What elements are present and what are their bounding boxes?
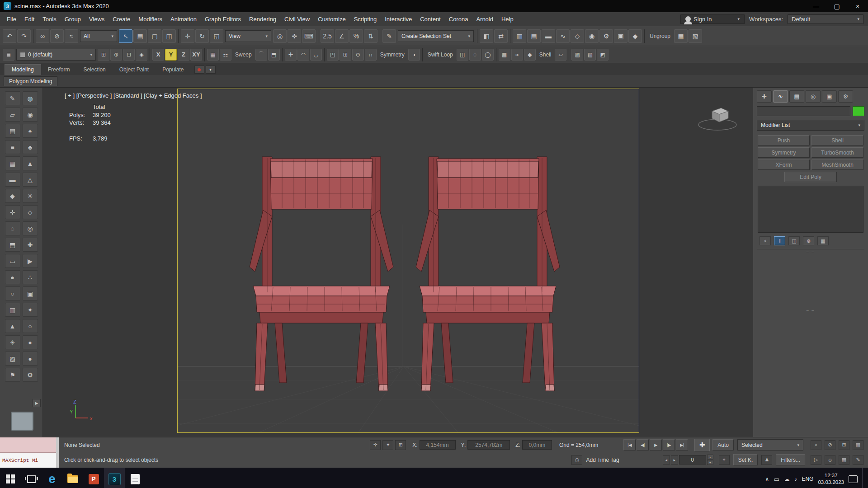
- configure-modifier-sets-icon[interactable]: ▦: [817, 236, 829, 245]
- maximize-button[interactable]: ▢: [826, 0, 847, 12]
- shell-icon[interactable]: ▱: [555, 49, 566, 61]
- chair-model-left[interactable]: [250, 157, 393, 391]
- key-mode-icon[interactable]: ⌖: [719, 455, 730, 465]
- weld-icon[interactable]: ⊙: [352, 49, 364, 61]
- clock[interactable]: 12:37 03.03.2023: [818, 472, 844, 486]
- go-to-start-button[interactable]: |◀: [623, 439, 636, 450]
- flag-icon[interactable]: ⚑: [5, 368, 20, 382]
- layer-manager-icon[interactable]: ≣: [3, 49, 14, 61]
- keyboard-shortcut-override-icon[interactable]: ⌨: [302, 29, 316, 43]
- ribbon-tab-freeform[interactable]: Freeform: [41, 65, 77, 75]
- detach-icon[interactable]: ◳: [327, 49, 339, 61]
- bulb-icon[interactable]: ○: [23, 319, 38, 333]
- spinner-snap-toggle-icon[interactable]: ⇅: [364, 29, 377, 43]
- menu-item-scripting[interactable]: Scripting: [350, 16, 381, 23]
- extrude-icon[interactable]: ⬒: [268, 49, 280, 61]
- viewport[interactable]: [ + ] [Perspective ] [Standard ] [Clay +…: [43, 88, 753, 437]
- object-name-field[interactable]: [757, 106, 850, 116]
- set-keys-button[interactable]: ✚: [694, 439, 710, 451]
- selection-filter-dropdown[interactable]: All▾: [80, 30, 117, 42]
- select-and-link-icon[interactable]: ∞: [36, 29, 49, 43]
- previous-frame-button[interactable]: ◀|: [637, 439, 649, 450]
- quadrify-icon[interactable]: ▩: [499, 49, 510, 61]
- action-center-icon[interactable]: [849, 475, 858, 483]
- maxscript-mini-listener[interactable]: MAXScript Mi: [0, 437, 59, 468]
- polygon-icon[interactable]: ◇: [23, 205, 38, 219]
- render-setup-icon[interactable]: ⚙: [599, 29, 613, 43]
- cloud-icon[interactable]: ☁: [784, 476, 790, 483]
- modifier-button-push[interactable]: Push: [758, 135, 810, 145]
- menu-item-edit[interactable]: Edit: [20, 16, 38, 23]
- dark-sphere-icon[interactable]: ●: [23, 335, 38, 349]
- polygon-modeling-panel[interactable]: Polygon Modeling: [4, 76, 57, 86]
- play-shape-icon[interactable]: ▶: [23, 254, 38, 268]
- menu-item-graph-editors[interactable]: Graph Editors: [201, 16, 245, 23]
- chair-model-right[interactable]: [416, 157, 560, 391]
- menu-item-views[interactable]: Views: [85, 16, 108, 23]
- menu-item-interactive[interactable]: Interactive: [381, 16, 416, 23]
- extra-tool-icon[interactable]: ▦: [674, 29, 688, 43]
- circle-shape-icon[interactable]: ○: [5, 286, 20, 300]
- make-unique-icon[interactable]: ◫: [788, 236, 800, 245]
- schematic-view-icon[interactable]: ◇: [571, 29, 584, 43]
- box-primitive-icon[interactable]: ⬒: [5, 238, 20, 252]
- symmetry-label[interactable]: Symmetry: [377, 52, 408, 58]
- set-current-layer-icon[interactable]: ◈: [136, 49, 147, 61]
- cross-icon[interactable]: ✚: [23, 238, 38, 252]
- grid-helper-icon[interactable]: ▦: [5, 156, 20, 170]
- move-gizmo-icon[interactable]: ✛: [5, 205, 20, 219]
- modifier-list-dropdown[interactable]: Modifier List ▾: [757, 120, 864, 131]
- cherry-icon[interactable]: ●: [23, 352, 38, 366]
- spin-down-icon[interactable]: ▾: [707, 460, 713, 465]
- paint-tool-icon[interactable]: ✎: [5, 91, 20, 105]
- use-pivot-point-center-icon[interactable]: ◎: [273, 29, 287, 43]
- 3dsmax-app-icon[interactable]: 3: [104, 468, 125, 488]
- select-layer-objects-icon[interactable]: ⊟: [123, 49, 135, 61]
- play-animation-button[interactable]: ▶: [650, 439, 662, 450]
- sweep-icon[interactable]: ⌒: [255, 49, 267, 61]
- menu-item-modifiers[interactable]: Modifiers: [134, 16, 166, 23]
- modifier-button-meshsmooth[interactable]: MeshSmooth: [811, 160, 863, 170]
- ring-select-icon[interactable]: ◌: [469, 49, 481, 61]
- rectangle-icon[interactable]: ▭: [5, 254, 20, 268]
- frame-back-icon[interactable]: ◂: [663, 455, 670, 465]
- slab-icon[interactable]: ▬: [5, 173, 20, 187]
- redo-icon[interactable]: ↷: [17, 29, 31, 43]
- remove-modifier-icon[interactable]: ⊗: [803, 236, 814, 245]
- pin-stack-icon[interactable]: ⌖: [760, 236, 771, 245]
- x-coordinate-field[interactable]: 4,154mm: [420, 440, 456, 450]
- walkthrough-icon[interactable]: ♟: [761, 455, 772, 465]
- minimize-button[interactable]: —: [806, 0, 826, 12]
- rectangular-selection-region-icon[interactable]: ▢: [148, 29, 161, 43]
- scene-explorer-icon[interactable]: ▥: [513, 29, 526, 43]
- next-frame-button[interactable]: |▶: [663, 439, 675, 450]
- window-crossing-toggle-icon[interactable]: ◫: [162, 29, 176, 43]
- symmetry-icon[interactable]: ◑: [408, 49, 420, 61]
- cube-icon[interactable]: ▣: [23, 286, 38, 300]
- snap-settings-icon[interactable]: ⚏: [220, 49, 231, 61]
- tree-icon[interactable]: ♠: [23, 124, 38, 138]
- modifier-button-xform[interactable]: XForm: [758, 160, 810, 170]
- object-color-swatch[interactable]: [853, 106, 864, 116]
- sun-icon[interactable]: ☀: [5, 335, 20, 349]
- menu-item-content[interactable]: Content: [416, 16, 445, 23]
- menu-item-animation[interactable]: Animation: [166, 16, 201, 23]
- task-view-button[interactable]: [21, 468, 42, 488]
- restrict-y-icon[interactable]: Y: [165, 49, 177, 61]
- shell-label[interactable]: Shell: [536, 52, 555, 58]
- select-and-manipulate-icon[interactable]: ✜: [288, 29, 301, 43]
- select-and-move-icon[interactable]: ✛: [181, 29, 194, 43]
- mini-play-icon[interactable]: ▷: [811, 455, 821, 465]
- pc-status-icon[interactable]: ▭: [774, 476, 779, 483]
- misc-tool-3-icon[interactable]: ◩: [597, 49, 609, 61]
- rollout-grip[interactable]: ‒ ‒: [757, 249, 864, 254]
- hidden-icons-expand-icon[interactable]: ∧: [765, 476, 769, 483]
- basket-icon[interactable]: ▥: [5, 303, 20, 317]
- bevel-icon[interactable]: ◆: [524, 49, 536, 61]
- close-button[interactable]: ×: [847, 0, 868, 12]
- mountain-icon[interactable]: ▲: [23, 156, 38, 170]
- rendered-frame-window-icon[interactable]: ▣: [614, 29, 627, 43]
- ribbon-tab-selection[interactable]: Selection: [76, 65, 112, 75]
- smooth-icon[interactable]: ≈: [511, 49, 523, 61]
- menu-item-tools[interactable]: Tools: [38, 16, 60, 23]
